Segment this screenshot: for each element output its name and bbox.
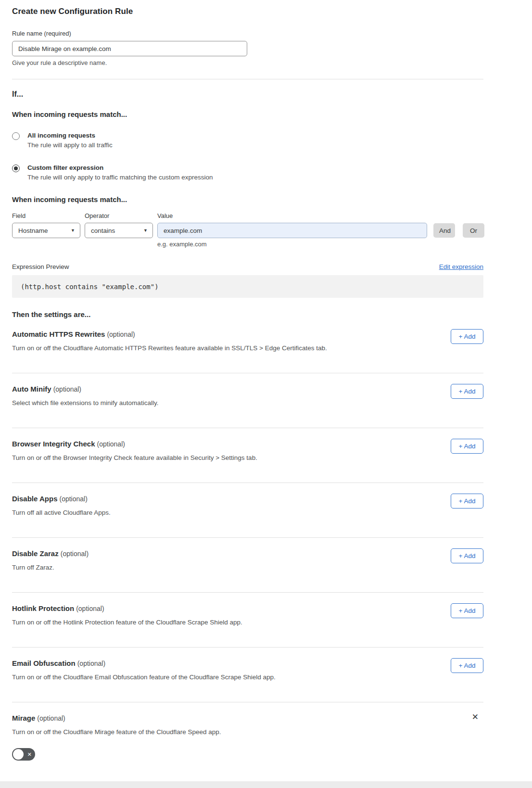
setting-description: Turn on or off the Browser Integrity Che… bbox=[12, 454, 483, 461]
if-heading: If... bbox=[12, 90, 483, 99]
builder-heading: When incoming requests match... bbox=[12, 195, 483, 203]
field-label: Field bbox=[12, 212, 85, 219]
section-divider bbox=[12, 79, 483, 79]
add-button[interactable]: + Add bbox=[451, 603, 483, 618]
radio-all-incoming-requests[interactable]: All incoming requests The rule will appl… bbox=[12, 132, 483, 149]
chevron-down-icon: ▼ bbox=[143, 228, 148, 233]
value-label: Value bbox=[157, 212, 427, 219]
optional-label: (optional) bbox=[76, 605, 104, 612]
rule-name-help: Give your rule a descriptive name. bbox=[12, 59, 483, 66]
setting-description: Turn on or off the Cloudflare Automatic … bbox=[12, 344, 483, 352]
setting-title: Disable Zaraz bbox=[12, 549, 59, 558]
toggle-knob bbox=[13, 749, 24, 760]
or-button[interactable]: Or bbox=[463, 223, 484, 238]
field-selected-value: Hostname bbox=[18, 227, 48, 234]
setting-title: Auto Minify bbox=[12, 385, 51, 393]
optional-label: (optional) bbox=[61, 550, 89, 558]
setting-title: Email Obfuscation bbox=[12, 659, 76, 667]
radio-description: The rule will apply to all traffic bbox=[27, 141, 113, 149]
filter-expression-builder: When incoming requests match... Field Ho… bbox=[12, 195, 483, 248]
create-configuration-rule-form: Create new Configuration Rule Rule name … bbox=[12, 0, 483, 781]
setting-description: Turn on or off the Hotlink Protection fe… bbox=[12, 619, 483, 626]
setting-description: Turn off all active Cloudflare Apps. bbox=[12, 509, 483, 516]
setting-section: Disable Apps(optional) Turn off all acti… bbox=[12, 483, 483, 538]
setting-section: Hotlink Protection(optional) Turn on or … bbox=[12, 593, 483, 648]
add-button[interactable]: + Add bbox=[451, 548, 483, 563]
and-button[interactable]: And bbox=[433, 223, 455, 238]
expression-preview-label: Expression Preview bbox=[12, 263, 69, 270]
setting-description: Turn off Zaraz. bbox=[12, 564, 483, 571]
optional-label: (optional) bbox=[77, 660, 105, 667]
expression-preview-code: (http.host contains "example.com") bbox=[12, 275, 483, 298]
optional-label: (optional) bbox=[37, 714, 65, 722]
add-button[interactable]: + Add bbox=[451, 494, 483, 508]
rule-name-label: Rule name (required) bbox=[12, 30, 483, 37]
optional-label: (optional) bbox=[107, 330, 135, 338]
setting-section: Automatic HTTPS Rewrites(optional) Turn … bbox=[12, 318, 483, 373]
settings-list: Automatic HTTPS Rewrites(optional) Turn … bbox=[12, 318, 483, 702]
then-settings-heading: Then the settings are... bbox=[12, 310, 483, 318]
radio-button-icon[interactable] bbox=[12, 132, 20, 140]
operator-select[interactable]: contains ▼ bbox=[85, 223, 153, 238]
value-input[interactable] bbox=[157, 223, 427, 238]
toggle-off-icon: ✕ bbox=[27, 752, 32, 757]
radio-custom-filter-expression[interactable]: Custom filter expression The rule will o… bbox=[12, 164, 483, 181]
add-button[interactable]: + Add bbox=[451, 658, 483, 673]
operator-selected-value: contains bbox=[91, 227, 115, 234]
radio-label: Custom filter expression bbox=[27, 164, 213, 171]
setting-title: Automatic HTTPS Rewrites bbox=[12, 330, 105, 338]
setting-title: Disable Apps bbox=[12, 495, 57, 503]
rule-name-block: Rule name (required) Give your rule a de… bbox=[12, 30, 483, 66]
setting-description: Turn on or off the Cloudflare Email Obfu… bbox=[12, 674, 483, 681]
setting-title: Mirage bbox=[12, 714, 35, 722]
setting-section-mirage: Mirage(optional) ✕ Turn on or off the Cl… bbox=[12, 702, 483, 773]
add-button[interactable]: + Add bbox=[451, 384, 483, 399]
add-button[interactable]: + Add bbox=[451, 329, 483, 344]
add-button[interactable]: + Add bbox=[451, 439, 483, 454]
setting-description: Select which file extensions to minify a… bbox=[12, 399, 483, 407]
setting-title: Browser Integrity Check bbox=[12, 440, 95, 448]
setting-section: Browser Integrity Check(optional) Turn o… bbox=[12, 428, 483, 483]
setting-section: Email Obfuscation(optional) Turn on or o… bbox=[12, 648, 483, 702]
incoming-requests-match-heading: When incoming requests match... bbox=[12, 110, 483, 118]
setting-description: Turn on or off the Cloudflare Mirage fea… bbox=[12, 728, 483, 736]
setting-title: Hotlink Protection bbox=[12, 604, 74, 612]
mirage-toggle[interactable]: ✕ bbox=[12, 748, 35, 761]
operator-label: Operator bbox=[85, 212, 157, 219]
radio-button-icon[interactable] bbox=[12, 165, 20, 172]
radio-description: The rule will only apply to traffic matc… bbox=[27, 174, 213, 181]
rule-name-input[interactable] bbox=[12, 41, 247, 56]
optional-label: (optional) bbox=[97, 440, 125, 448]
bottom-page-edge bbox=[0, 781, 532, 788]
optional-label: (optional) bbox=[59, 495, 87, 503]
chevron-down-icon: ▼ bbox=[71, 228, 75, 233]
radio-label: All incoming requests bbox=[27, 132, 113, 139]
setting-section: Disable Zaraz(optional) Turn off Zaraz. … bbox=[12, 538, 483, 593]
optional-label: (optional) bbox=[53, 385, 81, 393]
page-title: Create new Configuration Rule bbox=[12, 7, 483, 16]
field-select[interactable]: Hostname ▼ bbox=[12, 223, 80, 238]
setting-section: Auto Minify(optional) Select which file … bbox=[12, 373, 483, 428]
edit-expression-link[interactable]: Edit expression bbox=[439, 263, 483, 270]
close-icon[interactable]: ✕ bbox=[472, 713, 479, 721]
value-help-text: e.g. example.com bbox=[157, 241, 483, 248]
